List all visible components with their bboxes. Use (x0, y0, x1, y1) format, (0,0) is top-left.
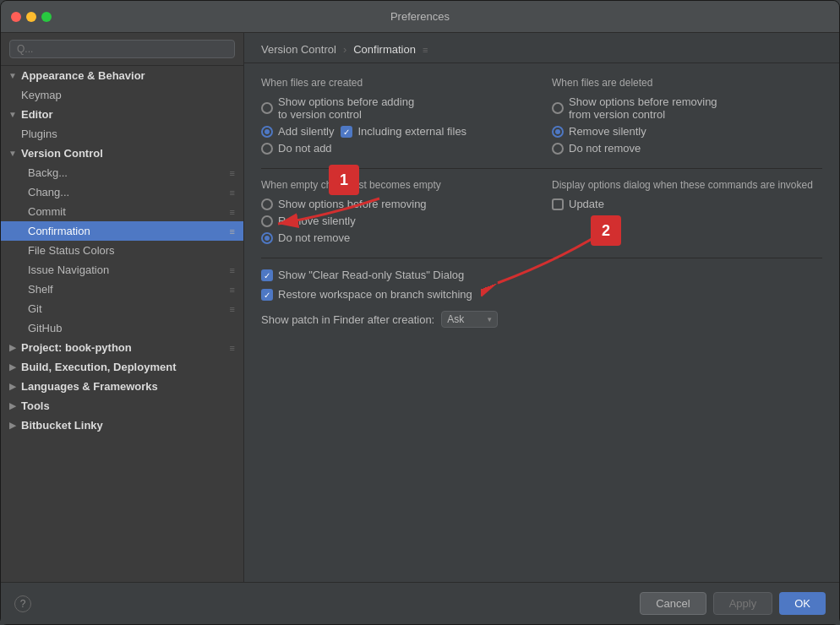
sidebar-item-background[interactable]: Backg... ≡ (1, 163, 243, 182)
search-input[interactable] (9, 40, 235, 58)
preferences-window: Preferences Appearance & Behavior Keymap (0, 0, 840, 625)
radio-remove-silently-label: Remove silently (569, 125, 646, 138)
menu-icon: ≡ (423, 45, 428, 55)
radio-show-options-created[interactable]: Show options before addingto version con… (261, 95, 532, 121)
sidebar: Appearance & Behavior Keymap Editor Plug… (1, 33, 244, 582)
files-created-section: When files are created Show options befo… (261, 77, 532, 155)
radio-show-options-deleted[interactable]: Show options before removingfrom version… (552, 95, 822, 121)
breadcrumb-parent: Version Control (261, 43, 336, 56)
sidebar-item-issue-navigation[interactable]: Issue Navigation ≡ (1, 260, 243, 280)
divider-2 (261, 258, 822, 258)
sidebar-item-changelist[interactable]: Chang... ≡ (1, 182, 243, 202)
ok-button[interactable]: OK (779, 592, 826, 615)
content-panel: Version Control › Confirmation ≡ When fi… (244, 33, 839, 582)
radio-show-options-deleted-input[interactable] (552, 102, 564, 114)
radio-show-options-created-input[interactable] (261, 102, 273, 114)
checkbox-update[interactable]: Update (552, 198, 822, 210)
radio-do-not-add-input[interactable] (261, 143, 273, 155)
radio-do-not-remove-changelist-label: Do not remove (278, 231, 350, 244)
sidebar-item-label: Issue Navigation (28, 264, 109, 276)
sidebar-item-git[interactable]: Git ≡ (1, 299, 243, 318)
files-created-radios: Show options before addingto version con… (261, 95, 532, 155)
checkbox-restore-workspace-label: Restore workspace on branch switching (278, 288, 472, 301)
sidebar-item-plugins[interactable]: Plugins (1, 124, 243, 144)
sidebar-item-label: GitHub (28, 322, 62, 334)
sidebar-item-label: File Status Colors (28, 244, 115, 257)
expand-arrow-bitbucket (8, 421, 18, 431)
show-patch-row: Show patch in Finder after creation: Ask… (261, 311, 822, 328)
sidebar-item-label: Project: book-python (21, 341, 132, 354)
sidebar-item-label: Plugins (21, 128, 57, 140)
radio-do-not-remove-deleted-input[interactable] (552, 143, 564, 155)
checkbox-restore-workspace-input[interactable] (261, 289, 273, 301)
sidebar-item-version-control[interactable]: Version Control (1, 144, 243, 163)
radio-do-not-remove-deleted[interactable]: Do not remove (552, 142, 822, 155)
sidebar-item-github[interactable]: GitHub (1, 318, 243, 338)
help-icon-label: ? (20, 598, 26, 610)
radio-show-options-deleted-label: Show options before removingfrom version… (569, 95, 717, 121)
checkbox-including-external-label: Including external files (357, 125, 466, 138)
display-options-title: Display options dialog when these comman… (552, 179, 822, 191)
sidebar-item-label: Confirmation (28, 225, 90, 237)
settings-icon: ≡ (230, 343, 235, 353)
sidebar-item-editor[interactable]: Editor (1, 105, 243, 124)
radio-show-options-changelist-input[interactable] (261, 198, 273, 210)
sidebar-item-commit[interactable]: Commit ≡ (1, 202, 243, 221)
checkbox-restore-workspace[interactable]: Restore workspace on branch switching (261, 288, 822, 301)
radio-do-not-remove-changelist-input[interactable] (261, 232, 273, 244)
sidebar-item-appearance[interactable]: Appearance & Behavior (1, 66, 243, 85)
sidebar-item-tools[interactable]: Tools (1, 396, 243, 416)
sidebar-item-build[interactable]: Build, Execution, Deployment (1, 357, 243, 377)
display-options-section: Display options dialog when these comman… (552, 179, 822, 244)
radio-do-not-add[interactable]: Do not add (261, 142, 532, 155)
radio-remove-silently-changelist[interactable]: Remove silently (261, 215, 532, 227)
sidebar-item-confirmation[interactable]: Confirmation ≡ (1, 221, 243, 241)
settings-icon: ≡ (230, 188, 235, 198)
help-button[interactable]: ? (14, 595, 31, 612)
radio-remove-silently-changelist-input[interactable] (261, 215, 273, 227)
settings-icon: ≡ (230, 304, 235, 314)
sidebar-item-languages[interactable]: Languages & Frameworks (1, 377, 243, 396)
main-content: Appearance & Behavior Keymap Editor Plug… (1, 33, 839, 582)
apply-button[interactable]: Apply (713, 592, 773, 615)
show-patch-select[interactable]: Ask Always Never (441, 311, 498, 328)
radio-add-silently[interactable]: Add silently (261, 125, 334, 138)
checkbox-including-external-input[interactable] (341, 126, 352, 138)
sidebar-item-label: Appearance & Behavior (21, 69, 145, 82)
radio-add-silently-input[interactable] (261, 126, 273, 138)
expand-arrow-vc (8, 149, 18, 159)
maximize-button[interactable] (41, 12, 52, 22)
checkbox-update-input[interactable] (552, 198, 564, 210)
sidebar-item-shelf[interactable]: Shelf ≡ (1, 280, 243, 299)
radio-remove-silently[interactable]: Remove silently (552, 125, 822, 138)
radio-remove-silently-input[interactable] (552, 126, 564, 138)
minimize-button[interactable] (26, 12, 36, 22)
sidebar-item-project[interactable]: Project: book-python ≡ (1, 338, 243, 357)
sidebar-item-label: Editor (21, 108, 53, 121)
checkbox-including-external[interactable]: Including external files (341, 125, 466, 138)
radio-show-options-changelist-label: Show options before removing (278, 198, 427, 210)
radio-show-options-changelist[interactable]: Show options before removing (261, 198, 532, 210)
sidebar-item-label: Git (28, 302, 42, 315)
radio-do-not-remove-changelist[interactable]: Do not remove (261, 231, 532, 244)
bottom-buttons: Cancel Apply OK (640, 592, 826, 615)
checkbox-clear-readonly-label: Show "Clear Read-only Status" Dialog (278, 269, 464, 281)
checkbox-clear-readonly-input[interactable] (261, 269, 273, 281)
checkbox-clear-readonly[interactable]: Show "Clear Read-only Status" Dialog (261, 269, 822, 281)
show-patch-label: Show patch in Finder after creation: (261, 313, 434, 326)
breadcrumb-separator: › (343, 43, 346, 56)
titlebar: Preferences (1, 1, 839, 33)
changelist-settings-row: When empty changelist becomes empty Show… (261, 179, 822, 244)
settings-icon: ≡ (230, 265, 235, 275)
sidebar-item-file-status-colors[interactable]: File Status Colors (1, 241, 243, 260)
radio-remove-silently-changelist-label: Remove silently (278, 215, 356, 227)
sidebar-item-bitbucket[interactable]: Bitbucket Linky (1, 416, 243, 435)
cancel-button[interactable]: Cancel (640, 592, 706, 615)
settings-icon: ≡ (230, 285, 235, 295)
empty-changelist-title: When empty changelist becomes empty (261, 179, 532, 191)
checkbox-update-label: Update (569, 198, 604, 210)
divider-1 (261, 168, 822, 169)
close-button[interactable] (11, 12, 21, 22)
sidebar-item-keymap[interactable]: Keymap (1, 85, 243, 105)
show-patch-dropdown-wrapper: Ask Always Never (441, 311, 498, 328)
